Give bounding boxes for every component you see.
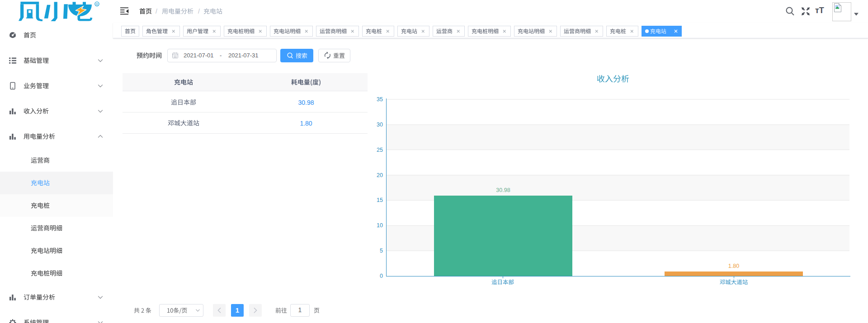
svg-text:35: 35 (377, 96, 383, 103)
svg-text:10: 10 (377, 222, 383, 229)
svg-text:1.80: 1.80 (728, 263, 739, 269)
svg-text:15: 15 (377, 197, 383, 203)
svg-text:30.98: 30.98 (496, 187, 510, 193)
svg-text:20: 20 (377, 172, 383, 178)
svg-text:5: 5 (380, 248, 383, 254)
svg-text:25: 25 (377, 147, 383, 153)
svg-text:0: 0 (380, 273, 383, 279)
svg-text:30: 30 (377, 122, 383, 128)
